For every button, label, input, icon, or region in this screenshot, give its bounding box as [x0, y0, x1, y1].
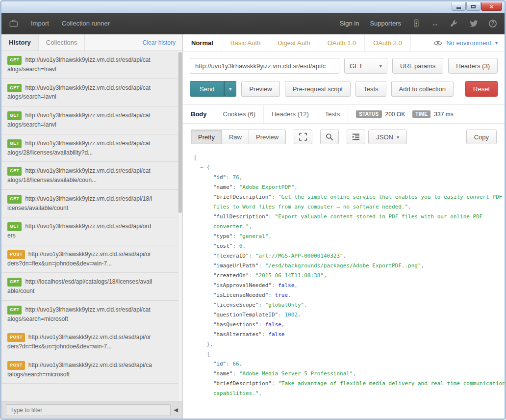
response-tab-cookies-6[interactable]: Cookies (6) [215, 105, 264, 123]
history-item[interactable]: GEThttp://uvo1y3lrhawskk9yizz.vm.cld.sr/… [1, 301, 182, 329]
view-mode-preview[interactable]: Preview [249, 130, 286, 144]
response-tab-headers-12[interactable]: Headers (12) [264, 105, 317, 123]
history-url: http://uvo1y3lrhawskk9yizz.vm.cld.sr/esd… [7, 306, 151, 322]
history-url: http://uvo1y3lrhawskk9yizz.vm.cld.sr/esd… [7, 112, 151, 128]
history-item[interactable]: GEThttp://localhost/esd/api/catalogs/18/… [1, 273, 182, 301]
request-tab-digest-auth[interactable]: Digest Auth [269, 34, 319, 52]
wrench-icon[interactable] [450, 19, 458, 28]
request-tab-oauth-1-0[interactable]: OAuth 1.0 [319, 34, 365, 52]
response-status-area: STATUS 200 OK TIME 337 ms [356, 105, 457, 123]
maximize-button[interactable] [466, 2, 481, 11]
history-list[interactable]: GEThttp://uvo1y3lrhawskk9yizz.vm.cld.sr/… [1, 51, 182, 401]
twitter-icon[interactable] [469, 19, 478, 28]
code-line: "hasQuestions": false, [194, 320, 503, 330]
expand-icon [299, 133, 307, 141]
history-item[interactable]: GEThttp://uvo1y3lrhawskk9yizz.vm.cld.sr/… [1, 79, 182, 107]
add-to-collection-button[interactable]: Add to collection [391, 81, 454, 97]
response-view-toolbar: PrettyRawPreview JSON ▾ [183, 124, 505, 149]
format-language-group: JSON ▾ [347, 130, 407, 144]
import-button[interactable]: Import [31, 20, 49, 27]
action-row: Send ▾ Preview Pre-request script Tests … [183, 77, 505, 104]
view-mode-pretty[interactable]: Pretty [191, 130, 222, 144]
collections-icon[interactable] [9, 19, 18, 28]
prerequest-script-button[interactable]: Pre-request script [285, 81, 351, 97]
help-icon[interactable]: ? [489, 20, 497, 27]
fold-toggle-icon[interactable]: − [200, 351, 203, 357]
history-item[interactable]: GEThttp://uvo1y3lrhawskk9yizz.vm.cld.sr/… [1, 190, 182, 218]
history-item[interactable]: GEThttp://uvo1y3lrhawskk9yizz.vm.cld.sr/… [1, 162, 182, 190]
fold-toggle-icon[interactable]: − [200, 164, 203, 171]
chevron-down-icon: ▾ [229, 86, 231, 92]
history-item[interactable]: GEThttp://uvo1y3lrhawskk9yizz.vm.cld.sr/… [1, 134, 182, 162]
expand-fullscreen-button[interactable] [294, 130, 312, 144]
code-line: files to Word files from any computer — … [194, 202, 503, 212]
history-item[interactable]: POSThttp://uvo1y3lrhawskk9yizz.vm.cld.sr… [1, 356, 182, 384]
indent-icon [352, 133, 360, 141]
auth-tabs-inner: NormalBasic AuthDigest AuthOAuth 1.0OAut… [183, 34, 411, 52]
history-item[interactable]: GEThttp://uvo1y3lrhawskk9yizz.vm.cld.sr/… [1, 106, 182, 134]
sidebar-tab-history[interactable]: History [1, 34, 39, 51]
method-badge: GET [7, 306, 22, 315]
headers-button[interactable]: Headers (3) [448, 58, 498, 74]
code-line: "id": 66, [194, 359, 503, 369]
supporters-button[interactable]: Supporters [370, 20, 401, 27]
status-badge: STATUS [356, 110, 381, 118]
sidebar-tabs-inner: HistoryCollections [1, 34, 85, 51]
collapse-sidebar-icon[interactable]: ◀ [174, 407, 178, 413]
format-indent-button[interactable] [347, 130, 365, 144]
code-line: "questionTemplateID": 1002, [194, 310, 503, 320]
send-options-button[interactable]: ▾ [224, 81, 236, 97]
app-window: × Import Collection runner Sign in Suppo… [0, 0, 506, 420]
filter-input[interactable] [6, 404, 171, 416]
sync-arrows-icon[interactable]: ↔ [431, 20, 439, 27]
method-badge: POST [7, 333, 25, 342]
close-icon: × [490, 3, 494, 10]
filter-bar: ◀ [1, 401, 182, 419]
sign-in-button[interactable]: Sign in [340, 20, 359, 27]
code-line: "isLicenseNeeded": true, [194, 290, 503, 300]
sidebar-scrollbar[interactable] [178, 51, 182, 401]
send-button[interactable]: Send [190, 81, 224, 97]
collection-runner-button[interactable]: Collection runner [62, 20, 110, 27]
window-controls: × [451, 2, 502, 11]
chevron-down-icon: ▾ [495, 40, 498, 46]
history-item[interactable]: GEThttp://uvo1y3lrhawskk9yizz.vm.cld.sr/… [1, 51, 182, 79]
url-params-button[interactable]: URL params [392, 58, 443, 74]
view-mode-raw[interactable]: Raw [222, 130, 249, 144]
method-badge: GET [7, 111, 22, 120]
code-line: "type": "general", [194, 232, 503, 241]
preview-button[interactable]: Preview [241, 81, 279, 97]
response-tab-tests[interactable]: Tests [317, 105, 348, 123]
response-body[interactable]: [ − { "id": 76, "name": "Adobe ExportPDF… [183, 149, 505, 419]
request-tab-normal[interactable]: Normal [183, 34, 222, 52]
request-tab-basic-auth[interactable]: Basic Auth [222, 34, 269, 52]
minimize-button[interactable] [452, 2, 466, 11]
sidebar-tab-collections[interactable]: Collections [39, 34, 85, 51]
code-line: "briefDescription": "Take advantage of f… [194, 379, 503, 389]
code-line: "licenseScope": "globalOnly", [194, 300, 503, 310]
code-line: − { [194, 163, 503, 173]
clear-history-link[interactable]: Clear history [136, 34, 182, 51]
url-input[interactable] [190, 58, 339, 74]
environment-label: No environment [446, 39, 491, 47]
language-value: JSON [376, 133, 393, 141]
maximize-icon [471, 5, 476, 8]
status-value: 200 OK [385, 111, 405, 118]
copy-button[interactable]: Copy [466, 130, 497, 144]
method-select[interactable]: GET ▾ [344, 58, 387, 74]
close-button[interactable]: × [481, 2, 502, 11]
reset-button[interactable]: Reset [465, 81, 498, 97]
language-select[interactable]: JSON ▾ [368, 130, 407, 144]
history-url: http://uvo1y3lrhawskk9yizz.vm.cld.sr/esd… [7, 195, 152, 211]
method-badge: GET [7, 139, 22, 148]
interceptor-traffic-light-icon[interactable] [412, 19, 421, 28]
response-tab-body[interactable]: Body [183, 105, 215, 123]
history-item[interactable]: POSThttp://uvo1y3lrhawskk9yizz.vm.cld.sr… [1, 328, 182, 356]
tests-button[interactable]: Tests [355, 81, 386, 97]
environment-selector[interactable]: No environment ▾ [433, 34, 498, 52]
history-item[interactable]: POSThttp://uvo1y3lrhawskk9yizz.vm.cld.sr… [1, 245, 182, 273]
sidebar-scrollbar-thumb[interactable] [178, 52, 182, 213]
history-item[interactable]: GEThttp://uvo1y3lrhawskk9yizz.vm.cld.sr/… [1, 217, 182, 245]
request-tab-oauth-2-0[interactable]: OAuth 2.0 [365, 34, 411, 52]
search-button[interactable] [320, 130, 339, 144]
